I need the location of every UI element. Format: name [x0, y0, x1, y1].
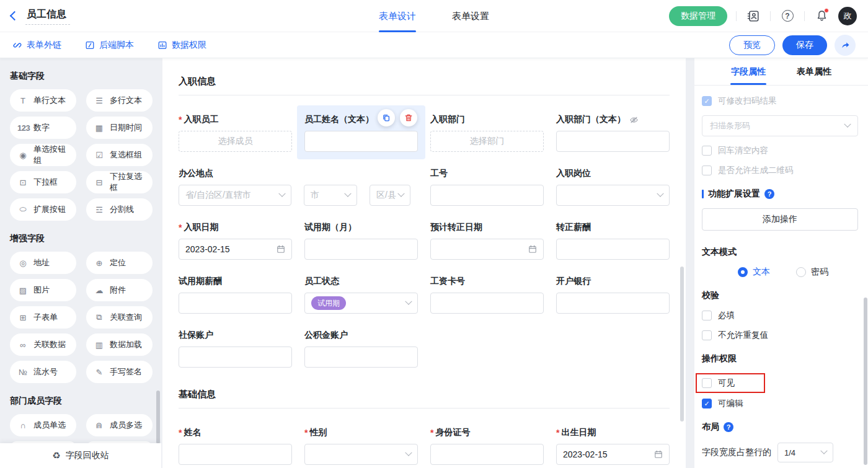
field-width-select[interactable]: 1/4	[777, 443, 833, 462]
help-icon[interactable]: ?	[779, 8, 795, 24]
field-item-attachment[interactable]: ☁附件	[86, 279, 153, 301]
status-select[interactable]: 试用期	[304, 293, 418, 314]
editable-checkbox[interactable]: 可编辑	[702, 398, 858, 409]
field-item-extend-button[interactable]: ⬭扩展按钮	[10, 198, 76, 221]
field-name[interactable]: *姓名	[179, 426, 292, 465]
tab-form-settings[interactable]: 表单设置	[452, 0, 489, 32]
field-regular-salary[interactable]: 转正薪酬	[556, 221, 670, 260]
field-probation-salary[interactable]: 试用期薪酬	[179, 275, 292, 314]
props-scrollbar[interactable]	[864, 298, 867, 465]
province-select[interactable]: 省/自治区/直辖市	[179, 185, 291, 206]
field-item-multi-dropdown[interactable]: ⊟下拉复选框	[86, 171, 153, 193]
field-item-radio-group[interactable]: ◉单选按钮组	[10, 144, 76, 166]
field-birth-date[interactable]: *出生日期 2023-02-15	[556, 426, 670, 465]
tab-form-properties[interactable]: 表单属性	[781, 58, 847, 85]
canvas-scrollbar[interactable]	[680, 267, 684, 422]
radio-text-mode-password[interactable]: 密码	[796, 267, 828, 278]
field-item-single-line-text[interactable]: T单行文本	[10, 89, 76, 112]
field-item-location[interactable]: ⊕定位	[86, 252, 153, 274]
field-item-member-single[interactable]: ∩成员单选	[10, 414, 76, 436]
tab-form-design[interactable]: 表单设计	[379, 0, 416, 32]
field-recycle-bin[interactable]: ♻ 字段回收站	[0, 443, 161, 468]
text-input[interactable]	[430, 444, 544, 465]
data-manage-button[interactable]: 数据管理	[669, 6, 727, 26]
field-item-subform[interactable]: ⊞子表单	[10, 306, 76, 329]
modify-scan-result-checkbox[interactable]: 可修改扫码结果	[702, 95, 858, 107]
field-item-linked-data[interactable]: ∞关联数据	[10, 333, 76, 356]
field-item-serial-number[interactable]: №流水号	[10, 361, 76, 383]
field-expected-regular-date[interactable]: 预计转正日期	[430, 221, 544, 260]
field-item-checkbox-group[interactable]: ☑复选框组	[86, 144, 153, 166]
help-icon[interactable]: ?	[764, 189, 774, 199]
field-housing-fund-account[interactable]: 公积金账户	[304, 329, 418, 368]
text-input[interactable]	[304, 239, 418, 260]
gender-select[interactable]	[304, 444, 418, 465]
text-input[interactable]	[556, 131, 670, 152]
text-input[interactable]	[179, 444, 292, 465]
post-select[interactable]	[556, 185, 670, 206]
field-employee-status[interactable]: 员工状态 试用期	[304, 275, 418, 314]
allow-qr-checkbox[interactable]: 是否允许生成二维码	[702, 165, 858, 176]
copy-field-button[interactable]	[378, 109, 395, 126]
field-salary-card-no[interactable]: 工资卡号	[430, 275, 544, 314]
text-input[interactable]	[179, 347, 292, 368]
field-item-datetime[interactable]: ▦日期时间	[86, 117, 153, 139]
notification-bell-icon[interactable]	[813, 8, 830, 24]
dept-picker[interactable]: 选择部门	[430, 131, 544, 152]
field-item-multi-line-text[interactable]: ☰多行文本	[86, 89, 153, 112]
text-input[interactable]	[556, 239, 670, 260]
field-item-signature[interactable]: ✎手写签名	[86, 361, 153, 383]
field-social-security-account[interactable]: 社保账户	[179, 329, 292, 368]
avatar[interactable]: 政	[838, 7, 857, 25]
member-picker[interactable]: 选择成员	[179, 131, 292, 152]
field-gender[interactable]: *性别	[304, 426, 418, 465]
field-item-address[interactable]: ◎地址	[10, 252, 76, 274]
visible-checkbox[interactable]	[702, 378, 712, 388]
help-icon[interactable]: ?	[724, 422, 733, 432]
add-action-button[interactable]: 添加操作	[702, 208, 858, 231]
scan-type-select[interactable]: 扫描条形码	[702, 115, 858, 136]
field-id-number[interactable]: *身份证号	[430, 426, 544, 465]
date-input[interactable]: 2023-02-15	[556, 444, 670, 465]
field-item-image[interactable]: ▨图片	[10, 279, 76, 301]
field-bank[interactable]: 开户银行	[556, 275, 670, 314]
date-input[interactable]: 2023-02-15	[179, 239, 292, 260]
field-office-location[interactable]: 办公地点 省/自治区/直辖市 市 区/县	[179, 167, 418, 206]
no-duplicate-checkbox[interactable]: 不允许重复值	[702, 330, 858, 341]
field-onboard-post[interactable]: 入职岗位	[556, 167, 670, 206]
delete-field-button[interactable]	[400, 109, 417, 126]
date-input[interactable]	[430, 239, 544, 260]
field-item-dropdown[interactable]: ⊡下拉框	[10, 171, 76, 193]
field-work-no[interactable]: 工号	[430, 167, 544, 206]
field-employee-name-text[interactable]: 员工姓名（文本）	[297, 105, 425, 159]
back-icon[interactable]	[10, 11, 20, 21]
field-item-member-multi[interactable]: ⋒成员多选	[86, 414, 153, 436]
field-item-linked-query[interactable]: ⧉关联查询	[86, 306, 153, 329]
text-input[interactable]	[304, 131, 418, 152]
sidebar-scrollbar[interactable]	[156, 391, 160, 444]
form-external-link[interactable]: 表单外链	[12, 40, 61, 51]
text-input[interactable]	[179, 293, 292, 314]
contacts-icon[interactable]	[745, 8, 761, 24]
required-checkbox[interactable]: 必填	[702, 310, 858, 321]
save-button[interactable]: 保存	[782, 35, 827, 55]
tab-field-properties[interactable]: 字段属性	[715, 58, 781, 85]
text-input[interactable]	[556, 293, 670, 314]
enter-clear-checkbox[interactable]: 回车清空内容	[702, 145, 858, 156]
backend-script-link[interactable]: 后端脚本	[85, 40, 134, 51]
preview-button[interactable]: 预览	[729, 35, 775, 55]
field-onboard-dept-text[interactable]: 入职部门（文本）	[556, 113, 670, 152]
field-probation-months[interactable]: 试用期（月）	[304, 221, 418, 260]
share-button[interactable]	[835, 35, 856, 56]
city-select[interactable]: 市	[304, 185, 357, 206]
field-onboard-employee[interactable]: *入职员工 选择成员	[179, 113, 292, 152]
field-item-divider[interactable]: ☲分割线	[86, 198, 153, 221]
radio-text-mode-text[interactable]: 文本	[738, 267, 770, 278]
field-item-data-load[interactable]: ▥数据加载	[86, 333, 153, 356]
text-input[interactable]	[304, 347, 418, 368]
page-title[interactable]: 员工信息	[25, 7, 70, 25]
field-onboard-date[interactable]: *入职日期 2023-02-15	[179, 221, 292, 260]
field-item-number[interactable]: 123数字	[10, 117, 76, 139]
text-input[interactable]	[430, 293, 544, 314]
field-onboard-dept[interactable]: 入职部门 选择部门	[430, 113, 544, 152]
